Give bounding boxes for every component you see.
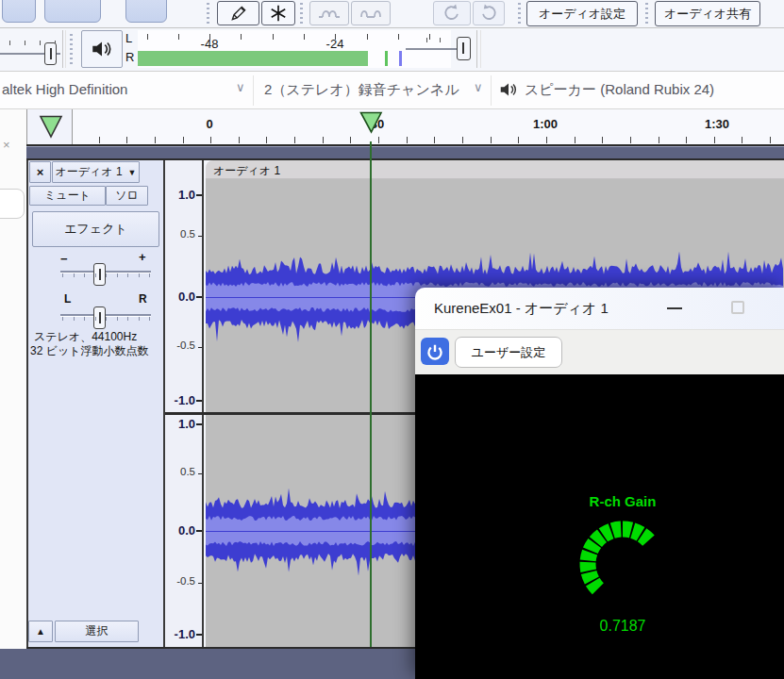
- plugin-titlebar[interactable]: KureneEx01 - オーディオ 1: [415, 288, 784, 329]
- playback-device-select[interactable]: スピーカー (Roland Rubix 24): [525, 81, 714, 99]
- mute-button[interactable]: ミュート: [29, 186, 106, 206]
- undo-button[interactable]: [433, 1, 471, 25]
- ruler-tick: [196, 400, 202, 402]
- solo-button[interactable]: ソロ: [106, 186, 148, 206]
- timeline-tick: [491, 137, 492, 143]
- gain-slider[interactable]: [60, 263, 151, 286]
- timeline-tick: [575, 137, 575, 143]
- playback-volume-thumb[interactable]: [457, 37, 471, 60]
- timeline-tick: [126, 137, 127, 143]
- ruler-value-label: -0.5: [167, 575, 195, 587]
- collapse-track-button[interactable]: ▲: [28, 621, 53, 642]
- meter-tick: [241, 34, 242, 40]
- power-icon: [425, 341, 445, 362]
- audio-setup-button[interactable]: オーディオ設定: [526, 1, 638, 26]
- silence-audio-icon: [359, 5, 382, 22]
- timeline-tick: [350, 137, 351, 143]
- select-track-button[interactable]: 選択: [55, 621, 139, 642]
- meter-tick: [273, 34, 274, 40]
- slider-track: [406, 48, 460, 50]
- vertical-scale-ruler[interactable]: 1.00.50.0-0.5-1.01.00.50.0-0.5-1.0: [165, 160, 204, 647]
- track-info-line2: 32 ビット浮動小数点数: [30, 343, 149, 359]
- slider-tick: [74, 273, 75, 277]
- slider-tick: [117, 273, 118, 277]
- audio-host-select[interactable]: altek High Definition: [2, 81, 127, 97]
- trim-audio-button[interactable]: [309, 1, 349, 25]
- plugin-content: R-ch Gain 0.7187: [415, 374, 784, 679]
- pan-slider[interactable]: [60, 306, 151, 329]
- effects-button[interactable]: エフェクト: [32, 211, 159, 247]
- toolbar-grip[interactable]: [70, 34, 73, 64]
- timeline-tick: [294, 137, 295, 143]
- ruler-value-label: -0.5: [167, 340, 195, 351]
- track-name-button[interactable]: オーディオ 1 ▼: [52, 161, 140, 183]
- multi-tool-button[interactable]: [261, 1, 295, 25]
- timeline-tick: [266, 137, 267, 143]
- clip-title: オーディオ 1: [213, 163, 280, 179]
- toolbar-separator: [491, 75, 492, 106]
- playhead-line: [370, 141, 372, 647]
- dropdown-icon: ▼: [128, 168, 137, 177]
- playback-meter[interactable]: -48-24: [138, 30, 451, 68]
- ruler-tick: [198, 583, 202, 584]
- recording-volume-thumb[interactable]: [44, 42, 57, 65]
- gain-plus-label: +: [139, 250, 146, 264]
- timeline-tick: [462, 137, 463, 143]
- silence-audio-button[interactable]: [351, 1, 391, 25]
- slider-tick: [106, 273, 107, 277]
- slider-tick: [84, 273, 85, 277]
- draw-tool-button[interactable]: [217, 1, 259, 25]
- redo-icon: [478, 3, 499, 24]
- minimize-button[interactable]: [667, 307, 682, 309]
- toolbar-grip[interactable]: [645, 3, 648, 24]
- ruler-value-label: 0.0: [167, 290, 195, 304]
- timeline-tick: [714, 137, 715, 143]
- pan-right-label: R: [139, 292, 147, 306]
- toolbar-grip[interactable]: [207, 3, 209, 24]
- timeline-tick: [546, 137, 547, 143]
- recording-volume-slider[interactable]: [0, 28, 62, 71]
- user-settings-button[interactable]: ユーザー設定: [455, 337, 562, 368]
- track-close-button[interactable]: ×: [29, 161, 51, 183]
- maximize-button[interactable]: [731, 301, 744, 314]
- timeline-label: 1:30: [689, 117, 745, 131]
- pinned-playhead-button[interactable]: [39, 115, 63, 139]
- chevron-down-icon[interactable]: ∨: [474, 80, 483, 94]
- ruler-tick: [198, 347, 202, 348]
- ruler-value-label: 0.5: [167, 228, 195, 240]
- meter-tick: [304, 34, 305, 40]
- slider-tick: [149, 273, 150, 277]
- asterisk-icon: [269, 4, 288, 23]
- audacity-window: オーディオ設定 オーディオ共有 L R -48-24 altek High De…: [0, 0, 784, 679]
- toolbar-grip[interactable]: [518, 3, 521, 24]
- timeline-tick: [518, 137, 519, 143]
- timeline-tick: [659, 137, 659, 143]
- audio-share-button[interactable]: オーディオ共有: [655, 1, 760, 26]
- toolbar-separator: [476, 30, 477, 68]
- track-gap: [26, 146, 784, 158]
- toolbar-grip[interactable]: [300, 3, 303, 24]
- timeline-tick: [239, 137, 240, 143]
- playhead-marker[interactable]: [359, 111, 383, 134]
- slider-tick: [139, 273, 140, 277]
- ruler-value-label: 1.0: [167, 188, 195, 202]
- playback-volume-slider[interactable]: [406, 28, 491, 71]
- transport-button-partial[interactable]: [44, 0, 101, 23]
- clip-header[interactable]: オーディオ 1: [206, 160, 784, 179]
- transport-button-partial[interactable]: [125, 0, 167, 23]
- gain-knob[interactable]: [557, 498, 689, 630]
- ruler-tick: [196, 194, 202, 196]
- plugin-power-button[interactable]: [421, 338, 449, 365]
- redo-button[interactable]: [473, 1, 505, 25]
- recording-channels-select[interactable]: 2（ステレオ）録音チャンネル: [264, 81, 459, 99]
- slider-tick: [149, 317, 150, 321]
- timeline-tick: [407, 137, 408, 143]
- left-edge-strip: ×: [0, 109, 26, 649]
- chevron-down-icon[interactable]: ∨: [236, 80, 245, 94]
- playback-meter-speaker-button[interactable]: [81, 30, 123, 68]
- trim-audio-icon: [318, 5, 341, 22]
- knob-value: 0.7187: [538, 618, 708, 635]
- toolbar-separator: [253, 75, 254, 106]
- transport-button-partial[interactable]: [2, 0, 36, 23]
- pencil-icon: [229, 4, 248, 23]
